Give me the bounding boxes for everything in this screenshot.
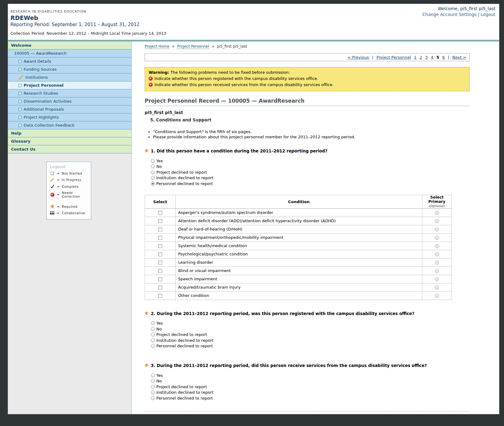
logout-link[interactable]: Logout <box>481 12 495 17</box>
condition-checkbox[interactable] <box>158 252 162 256</box>
sidebar-item-additional-proposals[interactable]: Additional Proposals <box>8 105 131 113</box>
radio-option-no[interactable]: No <box>151 164 470 170</box>
primary-radio[interactable] <box>435 286 439 290</box>
radio-icon[interactable] <box>151 321 155 325</box>
condition-checkbox[interactable] <box>158 286 162 290</box>
radio-option-yes[interactable]: Yes <box>151 158 470 164</box>
radio-icon[interactable] <box>151 170 155 174</box>
radio-option-personnel-declined[interactable]: Personnel declined to report <box>151 343 470 349</box>
condition-checkbox[interactable] <box>158 236 162 240</box>
radio-option-no[interactable]: No <box>151 378 470 384</box>
app-window: RESEARCH IN DISABILITIES EDUCATION RDEWe… <box>8 4 499 414</box>
sidebar-item-award[interactable]: 100005 — AwardResearch <box>8 49 131 57</box>
pagination-section-link[interactable]: Project Personnel <box>377 55 411 60</box>
not-started-icon <box>18 100 21 103</box>
radio-option-no[interactable]: No <box>151 326 470 332</box>
sidebar-item-project-highlights[interactable]: Project Highlights <box>8 113 131 121</box>
radio-option-institution-declined[interactable]: Institution declined to report <box>151 175 470 181</box>
change-account-settings-link[interactable]: Change Account Settings <box>422 12 476 17</box>
condition-checkbox[interactable] <box>158 211 162 215</box>
radio-icon[interactable] <box>151 373 155 377</box>
breadcrumb-project-personnel[interactable]: Project Personnel <box>177 44 209 49</box>
radio-icon[interactable] <box>151 390 155 394</box>
not-started-icon <box>18 124 21 127</box>
radio-icon-selected[interactable] <box>151 182 155 186</box>
radio-icon[interactable] <box>151 333 155 337</box>
radio-option-personnel-declined[interactable]: Personnel declined to report <box>151 181 470 187</box>
condition-checkbox[interactable] <box>158 227 162 231</box>
radio-icon[interactable] <box>151 344 155 348</box>
table-header-row: Select Condition Select Primary (Optiona… <box>145 195 452 208</box>
page-link-1[interactable]: 1 <box>414 55 416 60</box>
link-separator: | <box>478 12 479 17</box>
primary-radio[interactable] <box>435 211 439 215</box>
pagination-separator: | <box>448 55 449 60</box>
sidebar-item-data-collection-feedback[interactable]: Data Collection Feedback <box>8 121 131 129</box>
sidebar-item-award-details[interactable]: Award Details <box>8 57 131 65</box>
primary-radio[interactable] <box>435 294 439 298</box>
radio-option-institution-declined[interactable]: Institution declined to report <box>151 390 470 396</box>
condition-label: Deaf or hard-of-hearing (D/HoH) <box>176 225 422 233</box>
page-title: Project Personnel Record — 100005 — Awar… <box>145 98 470 106</box>
page-link-2[interactable]: 2 <box>420 55 422 60</box>
condition-checkbox[interactable] <box>158 269 162 273</box>
radio-option-institution-declined[interactable]: Institution declined to report <box>151 337 470 343</box>
radio-option-personnel-declined[interactable]: Personnel declined to report <box>151 395 470 401</box>
page-link-3[interactable]: 3 <box>425 55 428 60</box>
radio-option-yes[interactable]: Yes <box>151 321 470 326</box>
radio-icon[interactable] <box>151 327 155 331</box>
question-text: 3. During the 2011–2012 reporting period… <box>151 363 427 368</box>
primary-radio[interactable] <box>435 244 439 248</box>
condition-checkbox[interactable] <box>158 277 162 281</box>
header-optional-note: (Optional) <box>422 204 451 208</box>
radio-option-project-declined[interactable]: Project declined to report <box>151 169 470 175</box>
condition-checkbox[interactable] <box>158 294 162 298</box>
sidebar-item-glossary[interactable]: Glossary <box>8 137 131 145</box>
radio-option-project-declined[interactable]: Project declined to report <box>151 384 470 390</box>
primary-radio[interactable] <box>435 236 439 240</box>
breadcrumb-project-home[interactable]: Project Home <box>145 44 169 49</box>
sidebar-item-contact-us[interactable]: Contact Us <box>8 145 131 153</box>
sidebar-item-funding-sources[interactable]: Funding Sources <box>8 65 131 73</box>
legend-box: Legend = Not Started <box>46 162 91 219</box>
legend-item-not-started: = Not Started <box>50 172 88 175</box>
primary-radio[interactable] <box>435 219 439 223</box>
radio-icon[interactable] <box>151 176 155 180</box>
not-started-icon <box>18 108 21 111</box>
condition-checkbox[interactable] <box>158 219 162 223</box>
sidebar-item-welcome[interactable]: Welcome <box>8 41 131 49</box>
primary-radio[interactable] <box>435 252 439 256</box>
radio-option-yes[interactable]: Yes <box>151 373 470 378</box>
org-name: RESEARCH IN DISABILITIES EDUCATION <box>10 10 139 13</box>
question-text: 1. Did this person have a condition duri… <box>151 148 327 153</box>
primary-radio[interactable] <box>435 277 439 281</box>
sidebar-item-help[interactable]: Help <box>8 129 131 137</box>
condition-label: Blind or visual impairment <box>176 266 422 275</box>
condition-checkbox[interactable] <box>158 261 162 265</box>
legend-title: Legend <box>50 164 88 169</box>
radio-icon[interactable] <box>151 338 155 342</box>
previous-page-link[interactable]: < Previous <box>347 55 369 60</box>
radio-option-project-declined[interactable]: Project declined to report <box>151 332 470 338</box>
next-page-link[interactable]: Next > <box>452 55 466 60</box>
primary-radio[interactable] <box>435 261 439 265</box>
table-row: Asperger's syndrome/autism spectrum diso… <box>145 208 452 217</box>
sidebar-item-dissemination-activities[interactable]: Dissemination Activities <box>8 97 131 105</box>
question-2: 2. During the 2011–2012 reporting period… <box>145 311 470 316</box>
legend-item-required: = Required <box>50 204 88 208</box>
sidebar-item-research-studies[interactable]: Research Studies <box>8 89 131 97</box>
radio-icon[interactable] <box>151 159 155 163</box>
condition-checkbox[interactable] <box>158 244 162 248</box>
radio-icon[interactable] <box>151 379 155 383</box>
sidebar-item-institutions[interactable]: Institutions <box>8 73 131 81</box>
radio-icon[interactable] <box>151 396 155 400</box>
sidebar-item-project-personnel[interactable]: Project Personnel <box>8 81 131 89</box>
primary-radio[interactable] <box>435 269 439 273</box>
page-link-6[interactable]: 6 <box>442 55 445 60</box>
radio-icon[interactable] <box>151 164 155 168</box>
breadcrumb-separator: > <box>211 44 214 49</box>
page-link-4[interactable]: 4 <box>431 55 433 60</box>
primary-radio[interactable] <box>435 227 439 231</box>
page-header: RESEARCH IN DISABILITIES EDUCATION RDEWe… <box>8 4 499 40</box>
radio-icon[interactable] <box>151 385 155 389</box>
